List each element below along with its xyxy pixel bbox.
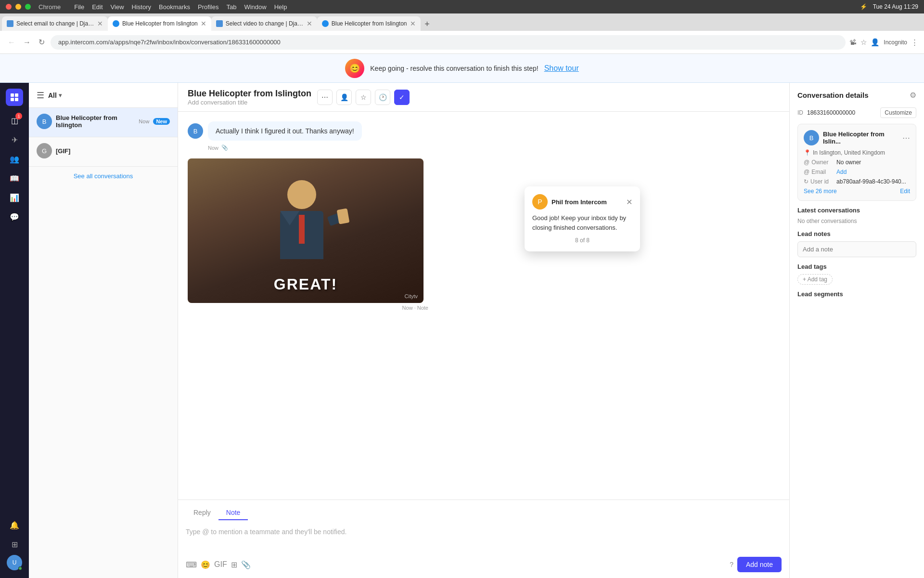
mac-minimize-dot[interactable] [15,4,21,10]
list-menu-icon[interactable]: ☰ [37,90,44,101]
menu-history[interactable]: History [132,3,151,11]
add-note-field[interactable] [797,241,916,257]
tooltip-from-name: Phil from Intercom [552,198,607,206]
resolve-button[interactable]: ✓ [394,90,410,105]
tab-favicon-2 [113,20,119,27]
more-options-button[interactable]: ⋯ [317,90,333,105]
tab-4[interactable]: Blue Helicopter from Islington ✕ [317,16,421,31]
add-note-button[interactable]: Add note [737,557,782,572]
owner-row: @ Owner No owner [804,159,910,166]
incognito-label: Incognito [884,39,907,46]
inbox-badge: 1 [15,113,22,119]
menu-profiles[interactable]: Profiles [198,3,218,11]
user-card: B Blue Helicopter from Islin... ⋯ 📍 In I… [797,124,916,201]
tooltip-close-button[interactable]: ✕ [626,197,632,207]
message-time-1: Now [208,145,218,151]
back-button[interactable]: ← [6,36,17,49]
svg-rect-0 [11,93,14,97]
star-button[interactable]: ☆ [356,90,371,105]
code-tool-icon[interactable]: ⌨ [186,560,197,569]
customize-button[interactable]: Customize [880,107,916,118]
tooltip-avatar: P [532,194,548,210]
lead-tags-title: Lead tags [797,263,916,270]
conversation-subtitle[interactable]: Add conversation title [188,99,311,106]
attach-tool-icon[interactable]: 📎 [241,560,251,569]
cast-icon[interactable]: 📽 [849,38,857,46]
sidebar-item-apps[interactable]: ⊞ [6,536,23,553]
menu-bookmarks[interactable]: Bookmarks [159,3,190,11]
conv-item-1[interactable]: B Blue Helicopter from Islington Now New [29,108,178,137]
sidebar-item-notifications[interactable]: 🔔 [6,516,23,534]
conv-title-section: Blue Helicopter from Islington Add conve… [188,89,311,106]
menu-tab[interactable]: Tab [226,3,236,11]
menu-view[interactable]: View [111,3,124,11]
sidebar-item-users[interactable]: 👥 [6,150,23,168]
sidebar-item-conversations[interactable]: 💬 [6,208,23,225]
reports-icon: 📊 [10,193,19,202]
emoji-tool-icon[interactable]: 😊 [201,560,210,569]
mac-titlebar: Chrome File Edit View History Bookmarks … [0,0,924,13]
tab-title-4: Blue Helicopter from Islington [332,20,407,27]
account-icon[interactable]: 👤 [871,38,880,47]
sidebar-item-inbox[interactable]: ◫ 1 [6,112,23,129]
menu-icon[interactable]: ⋮ [911,38,918,47]
svg-rect-2 [11,98,14,101]
conv-item-2[interactable]: G [GIF] [29,137,178,167]
clock-button[interactable]: 🕐 [375,90,390,105]
conv-item-2-header: G [GIF] [37,143,170,158]
conv-filter[interactable]: All ▾ [48,92,62,99]
add-tag-button[interactable]: + Add tag [797,274,833,285]
apps-tool-icon[interactable]: ⊞ [231,560,237,569]
menu-window[interactable]: Window [244,3,266,11]
tab-2[interactable]: Blue Helicopter from Islington ✕ [108,16,211,31]
snooze-button[interactable]: 👤 [336,90,352,105]
settings-gear-icon[interactable]: ⚙ [910,91,916,100]
forward-button[interactable]: → [21,36,33,49]
tab-3[interactable]: Select video to change | Djang... ✕ [211,16,317,31]
sidebar-item-articles[interactable]: 📖 [6,170,23,187]
refresh-button[interactable]: ↻ [37,36,47,49]
address-input[interactable]: app.intercom.com/a/apps/nqe7r2fw/inbox/i… [51,35,846,50]
svg-rect-1 [15,93,18,97]
mac-close-dot[interactable] [6,4,12,10]
user-id-icon: ↻ [804,178,808,185]
email-row: @ Email Add [804,169,910,175]
bookmark-icon[interactable]: ☆ [860,38,867,47]
tab-close-3[interactable]: ✕ [307,20,312,27]
reply-tabs: Reply Note [186,506,782,520]
attachment-icon: 📎 [221,144,228,151]
user-initials: U [13,559,17,566]
sidebar-item-outreach[interactable]: ✈ [6,131,23,148]
see-more-row: See 26 more Edit [804,188,910,195]
tab-1[interactable]: Select email to change | Djang... ✕ [2,16,108,31]
reply-tab[interactable]: Reply [186,506,218,520]
sidebar-user-avatar[interactable]: U [7,555,22,570]
mac-maximize-dot[interactable] [25,4,31,10]
tab-close-1[interactable]: ✕ [97,20,103,27]
conversation-details-title: Conversation details [797,91,869,99]
gif-tool-icon[interactable]: GIF [214,560,227,569]
edit-link[interactable]: Edit [900,188,910,195]
sidebar-logo[interactable] [6,89,23,106]
menu-help[interactable]: Help [274,3,287,11]
sidebar-item-reports[interactable]: 📊 [6,189,23,206]
conv-avatar-2: G [37,143,52,158]
user-card-menu-icon[interactable]: ⋯ [902,133,910,143]
add-email-button[interactable]: Add [836,169,847,175]
gif-image: GREAT! Citytv [188,158,424,303]
conv-time-1: Now [139,118,149,124]
note-input[interactable]: Type @ to mention a teammate and they'll… [186,524,782,553]
note-tab[interactable]: Note [218,506,248,520]
new-tab-button[interactable]: + [421,17,434,31]
users-icon: 👥 [10,155,19,164]
help-icon[interactable]: ? [730,561,733,568]
see-more-link[interactable]: See 26 more [804,188,837,195]
right-sidebar: Conversation details ⚙ ID 18633160000000… [789,83,924,578]
show-tour-link[interactable]: Show tour [544,64,579,73]
tab-close-4[interactable]: ✕ [410,20,416,27]
see-all-conversations[interactable]: See all conversations [29,167,178,185]
menu-edit[interactable]: Edit [92,3,103,11]
menu-file[interactable]: File [74,3,84,11]
tab-close-2[interactable]: ✕ [201,20,206,27]
conv-badge-1: New [153,118,170,125]
